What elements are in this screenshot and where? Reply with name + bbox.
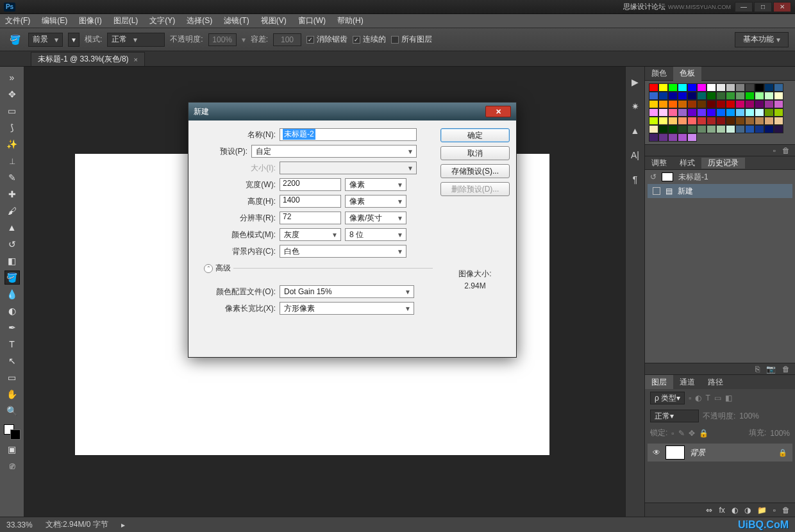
collapse-icon[interactable]: »	[4, 71, 20, 85]
lasso-tool[interactable]: ⟆	[4, 121, 20, 135]
fill-source-select[interactable]: 前景	[28, 33, 63, 47]
menu-layer[interactable]: 图层(L)	[113, 15, 138, 26]
alllayers-check[interactable]: 所有图层	[391, 34, 432, 45]
brush-tool[interactable]: 🖌	[4, 204, 20, 218]
swatch[interactable]	[668, 108, 678, 117]
swatch[interactable]	[678, 108, 687, 117]
swatch[interactable]	[687, 92, 697, 100]
lock-trans-icon[interactable]: ▫	[671, 429, 674, 438]
swatch[interactable]	[716, 92, 726, 100]
swatch[interactable]	[726, 83, 735, 92]
type-tool[interactable]: T	[4, 337, 20, 351]
lock-all-icon[interactable]: 🔒	[699, 429, 708, 438]
screenmode-tool[interactable]: ⎚	[4, 459, 20, 473]
swatch[interactable]	[658, 117, 668, 125]
swatch[interactable]	[745, 83, 755, 92]
swatch[interactable]	[697, 125, 707, 133]
zoom-level[interactable]: 33.33%	[6, 520, 33, 529]
swatch[interactable]	[697, 108, 707, 117]
swatch[interactable]	[678, 117, 687, 125]
swatch[interactable]	[649, 108, 658, 117]
swatch[interactable]	[707, 117, 716, 125]
bgcontent-select[interactable]: 白色▼	[280, 245, 406, 258]
lock-move-icon[interactable]: ✥	[689, 429, 695, 438]
channels-tab[interactable]: 通道	[673, 375, 701, 389]
swatch[interactable]	[755, 108, 764, 117]
menu-filter[interactable]: 滤镜(T)	[224, 15, 249, 26]
close-button[interactable]: ✕	[773, 2, 791, 12]
dodge-tool[interactable]: ◐	[4, 304, 20, 318]
move-tool[interactable]: ✥	[4, 87, 20, 101]
swatch[interactable]	[755, 100, 764, 108]
swatch[interactable]	[658, 100, 668, 108]
swatch[interactable]	[745, 108, 755, 117]
swatch[interactable]	[707, 100, 716, 108]
bucket-icon[interactable]: 🪣	[6, 31, 23, 48]
styles-tab[interactable]: 样式	[673, 158, 701, 169]
swatch[interactable]	[707, 92, 716, 100]
name-input[interactable]: 未标题-2	[280, 128, 417, 141]
swatch[interactable]	[678, 100, 687, 108]
swatch[interactable]	[764, 92, 774, 100]
advanced-toggle[interactable]: ⌃高级	[201, 263, 233, 274]
blend-mode[interactable]: 正常 ▾	[650, 410, 699, 422]
maximize-button[interactable]: □	[754, 2, 772, 12]
menu-type[interactable]: 文字(Y)	[149, 15, 175, 26]
history-brush-tool[interactable]: ↺	[4, 237, 20, 251]
menu-select[interactable]: 选择(S)	[187, 15, 212, 26]
preset-icon[interactable]: ▲	[631, 126, 640, 136]
width-input[interactable]: 2200	[280, 178, 341, 191]
filter-img-icon[interactable]: ▫	[689, 394, 691, 403]
mode-select[interactable]: 正常	[107, 33, 165, 47]
swatch[interactable]	[678, 133, 687, 142]
play-icon[interactable]: ▶	[632, 77, 639, 87]
tolerance-value[interactable]: 100	[273, 33, 301, 46]
menu-help[interactable]: 帮助(H)	[337, 15, 364, 26]
swatch[interactable]	[687, 125, 697, 133]
tab-close-icon[interactable]: ×	[134, 56, 138, 63]
swatch[interactable]	[726, 100, 735, 108]
layer-filter-type[interactable]: ρ 类型 ▾	[650, 392, 685, 404]
swatch[interactable]	[716, 117, 726, 125]
swatch[interactable]	[668, 125, 678, 133]
swatch[interactable]	[707, 83, 716, 92]
swatch[interactable]	[649, 100, 658, 108]
fill-value[interactable]: 100%	[770, 429, 790, 438]
contiguous-check[interactable]: ✓连续的	[353, 34, 386, 45]
swatch[interactable]	[658, 92, 668, 100]
adj-layer-icon[interactable]: ◑	[744, 506, 751, 515]
eye-icon[interactable]: 👁	[653, 448, 660, 457]
fx-icon[interactable]: fx	[719, 506, 724, 515]
swatch[interactable]	[774, 92, 783, 100]
color-tab[interactable]: 颜色	[645, 67, 673, 81]
menu-file[interactable]: 文件(F)	[5, 15, 30, 26]
shape-tool[interactable]: ▭	[4, 370, 20, 385]
layer-background[interactable]: 👁 背景 🔒	[648, 444, 792, 461]
swatch[interactable]	[668, 100, 678, 108]
adjust-tab[interactable]: 调整	[645, 158, 673, 169]
swatch[interactable]	[668, 117, 678, 125]
swatch[interactable]	[726, 108, 735, 117]
new-layer-icon[interactable]: ▫	[773, 506, 776, 515]
swatch[interactable]	[649, 92, 658, 100]
swatch[interactable]	[745, 100, 755, 108]
layer-opacity-value[interactable]: 100%	[739, 411, 759, 420]
blur-tool[interactable]: 💧	[4, 287, 20, 301]
swatch[interactable]	[687, 117, 697, 125]
history-tab[interactable]: 历史记录	[701, 158, 745, 169]
folder-icon[interactable]: 📁	[757, 506, 767, 515]
swatch[interactable]	[735, 92, 745, 100]
swatch[interactable]	[649, 133, 658, 142]
swatch[interactable]	[774, 100, 783, 108]
document-tab[interactable]: 未标题-1 @ 33.3%(灰色/8) ×	[31, 52, 145, 66]
swatch[interactable]	[649, 125, 658, 133]
swatch[interactable]	[774, 117, 783, 125]
swatch[interactable]	[707, 125, 716, 133]
height-unit-select[interactable]: 像素▼	[345, 195, 406, 208]
swatch[interactable]	[755, 83, 764, 92]
swatch[interactable]	[716, 83, 726, 92]
para-icon[interactable]: ¶	[633, 174, 638, 185]
swatch[interactable]	[764, 100, 774, 108]
menu-edit[interactable]: 编辑(E)	[42, 15, 67, 26]
swatch[interactable]	[668, 92, 678, 100]
